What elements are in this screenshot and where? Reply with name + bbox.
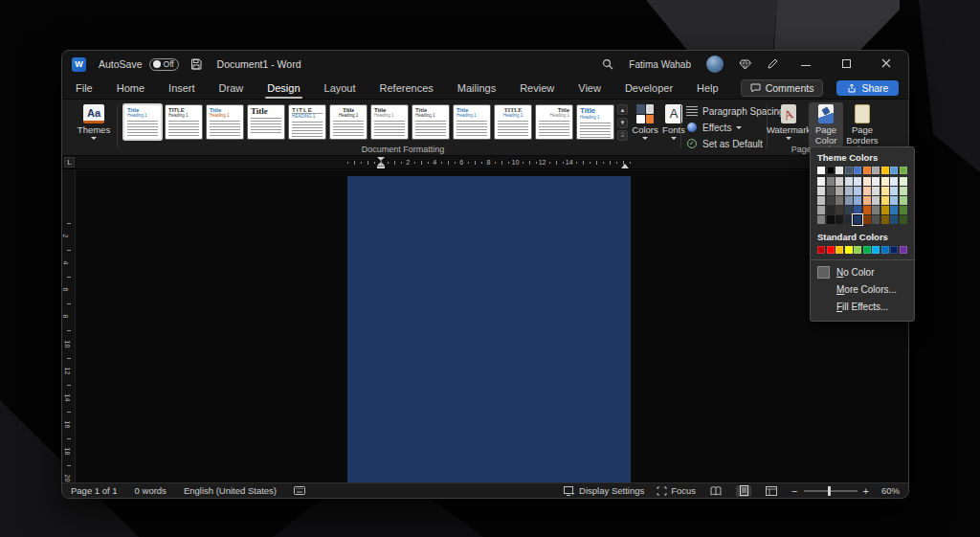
avatar[interactable]: [706, 56, 724, 73]
style-set-thumbnail-12[interactable]: TitleHeading 1: [576, 104, 614, 140]
theme-shade-swatch[interactable]: [881, 177, 889, 186]
themes-button[interactable]: Aa Themes: [74, 102, 114, 142]
set-as-default-button[interactable]: ✓ Set as Default: [686, 138, 763, 149]
theme-shade-swatch[interactable]: [845, 177, 853, 186]
style-set-thumbnail-7[interactable]: TitleHeading 1: [370, 104, 409, 140]
theme-shade-swatch[interactable]: [890, 215, 898, 224]
theme-shade-swatch[interactable]: [872, 177, 880, 186]
theme-shade-swatch[interactable]: [854, 187, 861, 195]
standard-color-swatch[interactable]: [900, 246, 907, 254]
theme-color-swatch[interactable]: [863, 167, 871, 174]
theme-shade-swatch[interactable]: [863, 206, 871, 214]
style-set-thumbnail-2[interactable]: TITLEHeading 1: [165, 104, 203, 140]
tab-mailings[interactable]: Mailings: [456, 79, 498, 97]
no-color-item[interactable]: No Color: [817, 263, 907, 280]
gallery-scroll-up-button[interactable]: ▲: [617, 104, 628, 115]
print-layout-button[interactable]: [736, 485, 751, 497]
fonts-button[interactable]: A Fonts: [661, 102, 686, 142]
theme-color-swatch[interactable]: [817, 167, 825, 174]
theme-shade-swatch[interactable]: [845, 196, 853, 205]
theme-shade-swatch[interactable]: [900, 177, 907, 186]
zoom-percent[interactable]: 60%: [881, 485, 900, 496]
tab-developer[interactable]: Developer: [623, 79, 675, 97]
style-set-thumbnail-4[interactable]: Title: [247, 104, 285, 140]
theme-shade-swatch[interactable]: [845, 215, 853, 224]
theme-shade-swatch[interactable]: [881, 206, 889, 214]
theme-shade-swatch[interactable]: [817, 215, 825, 224]
theme-shade-swatch[interactable]: [890, 177, 898, 186]
theme-shade-swatch[interactable]: [827, 177, 835, 186]
document-page[interactable]: [347, 176, 631, 484]
gallery-more-button[interactable]: ⍗: [617, 130, 628, 141]
search-icon[interactable]: [602, 58, 613, 70]
theme-color-swatch[interactable]: [890, 167, 898, 174]
tab-references[interactable]: References: [378, 79, 435, 97]
theme-color-swatch[interactable]: [827, 167, 835, 174]
style-set-thumbnail-11[interactable]: TitleHeading 1: [535, 104, 573, 140]
theme-shade-swatch[interactable]: [835, 177, 843, 186]
theme-shade-swatch[interactable]: [827, 206, 835, 214]
theme-shade-swatch[interactable]: [863, 187, 871, 195]
theme-color-swatch[interactable]: [845, 167, 853, 174]
theme-shade-swatch[interactable]: [845, 187, 853, 195]
focus-button[interactable]: Focus: [657, 485, 696, 496]
web-layout-button[interactable]: [764, 485, 779, 497]
gem-icon[interactable]: [739, 59, 751, 70]
standard-color-swatch[interactable]: [890, 246, 898, 254]
theme-shade-swatch[interactable]: [872, 196, 880, 205]
theme-shade-swatch[interactable]: [872, 215, 880, 224]
tab-design[interactable]: Design: [265, 79, 301, 97]
style-set-thumbnail-9[interactable]: TitleHeading 1: [453, 104, 491, 140]
zoom-slider-thumb[interactable]: [828, 486, 831, 496]
standard-color-swatch[interactable]: [827, 246, 835, 254]
comments-button[interactable]: Comments: [741, 79, 824, 97]
tab-home[interactable]: Home: [115, 79, 146, 97]
theme-color-swatch[interactable]: [835, 167, 843, 174]
theme-shade-swatch[interactable]: [817, 196, 825, 205]
keyboard-icon[interactable]: [294, 486, 305, 495]
theme-color-swatch[interactable]: [854, 167, 861, 174]
theme-shade-swatch[interactable]: [890, 187, 898, 195]
theme-shade-swatch[interactable]: [835, 206, 843, 214]
standard-color-swatch[interactable]: [881, 246, 889, 254]
theme-shade-swatch[interactable]: [835, 187, 843, 195]
tab-file[interactable]: File: [74, 79, 95, 97]
theme-shade-swatch[interactable]: [900, 206, 907, 214]
theme-shade-swatch[interactable]: [854, 206, 861, 214]
pen-icon[interactable]: [767, 58, 778, 70]
theme-shade-swatch[interactable]: [817, 187, 825, 195]
user-name[interactable]: Fatima Wahab: [629, 59, 691, 70]
tab-draw[interactable]: Draw: [217, 79, 246, 97]
tab-insert[interactable]: Insert: [167, 79, 197, 97]
theme-shade-swatch[interactable]: [881, 196, 889, 205]
theme-shade-swatch[interactable]: [835, 196, 843, 205]
more-colors-item[interactable]: More Colors...: [817, 280, 907, 298]
maximize-button[interactable]: [834, 58, 858, 70]
standard-color-swatch[interactable]: [835, 246, 843, 254]
theme-shade-swatch[interactable]: [817, 177, 825, 186]
gallery-scroll-down-button[interactable]: ▼: [617, 118, 628, 128]
theme-shade-swatch[interactable]: [881, 187, 889, 195]
word-count[interactable]: 0 words: [135, 485, 167, 496]
theme-shade-swatch[interactable]: [881, 215, 889, 224]
theme-color-swatch[interactable]: [881, 167, 889, 174]
theme-shade-swatch[interactable]: [827, 196, 835, 205]
zoom-out-button[interactable]: −: [791, 486, 797, 496]
theme-shade-swatch[interactable]: [872, 187, 880, 195]
theme-shade-swatch[interactable]: [863, 196, 871, 205]
theme-shade-swatch[interactable]: [863, 177, 871, 186]
save-icon[interactable]: [190, 58, 202, 70]
effects-button[interactable]: Effects: [686, 122, 742, 133]
standard-color-swatch[interactable]: [863, 246, 871, 254]
tab-layout[interactable]: Layout: [323, 79, 358, 97]
theme-shade-swatch[interactable]: [863, 215, 871, 224]
theme-shade-swatch[interactable]: [854, 177, 861, 186]
fill-effects-item[interactable]: Fill Effects...: [817, 298, 907, 315]
style-set-thumbnail-5[interactable]: TITLEHEADING 1: [288, 104, 326, 140]
standard-color-swatch[interactable]: [845, 246, 853, 254]
display-settings-button[interactable]: Display Settings: [564, 485, 644, 496]
zoom-in-button[interactable]: +: [863, 486, 869, 496]
theme-shade-swatch[interactable]: [890, 206, 898, 214]
language-status[interactable]: English (United States): [184, 485, 277, 496]
style-set-thumbnail-6[interactable]: TitleHeading 1: [329, 104, 368, 140]
